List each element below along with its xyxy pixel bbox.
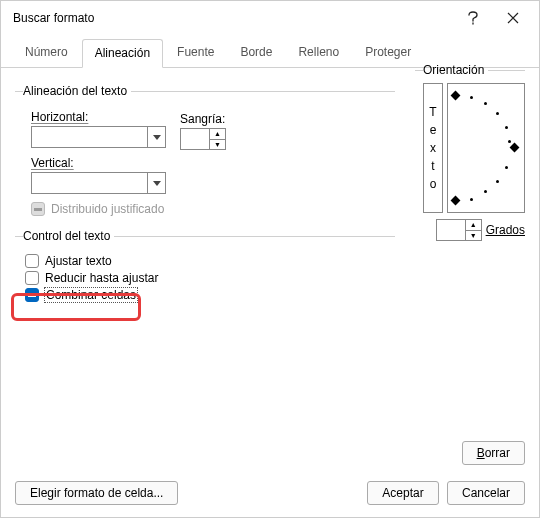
chevron-down-icon: ▼ — [466, 231, 481, 241]
chevron-up-icon: ▲ — [210, 129, 225, 140]
aceptar-button[interactable]: Aceptar — [367, 481, 439, 505]
group-orientation-wrapper: Orientación Texto — [415, 57, 525, 251]
group-orientation-label: Orientación — [423, 63, 488, 77]
combo-horizontal[interactable] — [31, 126, 166, 148]
group-text-alignment-label: Alineación del texto — [23, 84, 131, 98]
group-orientation: Orientación Texto — [415, 63, 525, 241]
titlebar: Buscar formato — [1, 1, 539, 35]
spinner-sangria-value — [181, 129, 209, 149]
tab-borde[interactable]: Borde — [228, 39, 284, 67]
chevron-down-icon — [147, 173, 165, 193]
chevron-up-icon: ▲ — [466, 220, 481, 231]
checkbox-ajustar-texto[interactable] — [25, 254, 39, 268]
tab-alineacion[interactable]: Alineación — [82, 39, 163, 68]
spinner-sangria[interactable]: ▲▼ — [180, 128, 226, 150]
label-distribuido-justificado: Distribuido justificado — [51, 202, 164, 216]
spinner-grados[interactable]: ▲▼ — [436, 219, 482, 241]
group-text-control: Control del texto Ajustar texto Reducir … — [15, 229, 395, 305]
cancelar-button[interactable]: Cancelar — [447, 481, 525, 505]
combo-vertical-value — [32, 173, 147, 193]
label-horizontal: Horizontal: — [31, 110, 166, 124]
label-ajustar-texto: Ajustar texto — [45, 254, 112, 268]
label-vertical: Vertical: — [31, 156, 395, 170]
chevron-down-icon: ▼ — [210, 140, 225, 150]
group-text-alignment: Alineación del texto Horizontal: Sangría… — [15, 84, 395, 219]
label-combinar-celdas: Combinar celdas — [45, 288, 137, 302]
dialog-buscar-formato: Buscar formato Número Alineación Fuente … — [0, 0, 540, 518]
borrar-button[interactable]: Borrar — [462, 441, 525, 465]
tab-proteger[interactable]: Proteger — [353, 39, 423, 67]
diamond-icon — [451, 196, 461, 206]
orientation-dial[interactable] — [447, 83, 525, 213]
spinner-grados-value — [437, 220, 465, 240]
dialog-title: Buscar formato — [13, 11, 453, 25]
label-reducir-hasta-ajustar: Reducir hasta ajustar — [45, 271, 158, 285]
tab-relleno[interactable]: Relleno — [286, 39, 351, 67]
checkbox-combinar-celdas[interactable] — [25, 288, 39, 302]
combo-horizontal-value — [32, 127, 147, 147]
combo-vertical[interactable] — [31, 172, 166, 194]
elegir-formato-button[interactable]: Elegir formato de celda... — [15, 481, 178, 505]
help-button[interactable] — [453, 4, 493, 32]
checkbox-reducir-hasta-ajustar[interactable] — [25, 271, 39, 285]
label-grados: Grados — [486, 223, 525, 237]
close-button[interactable] — [493, 4, 533, 32]
diamond-icon — [451, 91, 461, 101]
group-text-control-label: Control del texto — [23, 229, 114, 243]
tab-fuente[interactable]: Fuente — [165, 39, 226, 67]
checkbox-distribuido-justificado — [31, 202, 45, 216]
close-icon — [507, 12, 519, 24]
diamond-icon — [510, 143, 520, 153]
chevron-down-icon — [147, 127, 165, 147]
label-sangria: Sangría: — [180, 112, 226, 126]
orientation-vertical-text-button[interactable]: Texto — [423, 83, 443, 213]
dialog-footer: Elegir formato de celda... Aceptar Cance… — [15, 481, 525, 505]
tab-numero[interactable]: Número — [13, 39, 80, 67]
help-icon — [467, 11, 479, 25]
